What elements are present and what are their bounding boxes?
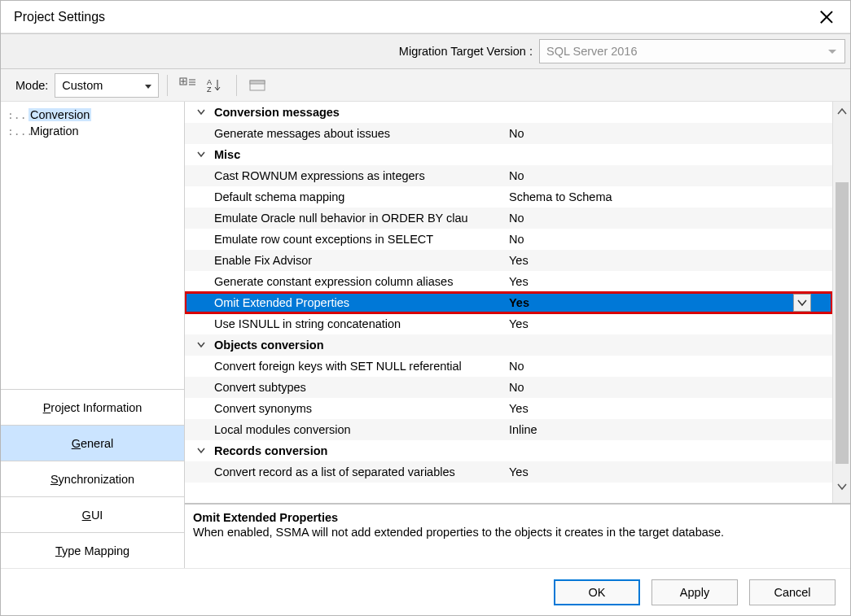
property-name: Cast ROWNUM expressions as integers: [214, 169, 509, 182]
apply-button[interactable]: Apply: [651, 579, 738, 605]
property-name: Emulate Oracle null behavior in ORDER BY…: [214, 212, 509, 225]
property-row[interactable]: Local modules conversionInline: [185, 419, 832, 440]
toolbar: Mode: Custom A Z: [1, 69, 850, 102]
property-grid-wrap: Conversion messagesGenerate messages abo…: [185, 102, 850, 503]
scroll-up-button[interactable]: [836, 105, 849, 118]
property-value[interactable]: Inline: [509, 423, 647, 436]
mode-value: Custom: [62, 79, 103, 92]
property-value[interactable]: No: [509, 360, 647, 373]
chevron-down-icon: [195, 446, 208, 456]
property-name: Convert subtypes: [214, 381, 509, 394]
property-row[interactable]: Convert record as a list of separated va…: [185, 461, 832, 483]
property-value[interactable]: No: [509, 127, 647, 140]
chevron-down-icon: [797, 299, 807, 307]
property-category[interactable]: Records conversion: [185, 440, 832, 461]
category-synchronization[interactable]: Synchronization: [1, 461, 184, 496]
migration-target-value: SQL Server 2016: [546, 45, 638, 58]
property-name: Convert record as a list of separated va…: [214, 465, 509, 478]
property-category[interactable]: Misc: [185, 144, 832, 165]
property-category-label: Objects conversion: [214, 339, 324, 352]
close-button[interactable]: [808, 4, 845, 30]
property-category[interactable]: Objects conversion: [185, 334, 832, 356]
property-name: Generate messages about issues: [214, 127, 509, 140]
description-title: Omit Extended Properties: [193, 511, 842, 524]
property-category[interactable]: Conversion messages: [185, 102, 832, 123]
tree-node-migration[interactable]: :.... Migration: [7, 123, 178, 139]
property-row[interactable]: Cast ROWNUM expressions as integersNo: [185, 165, 832, 186]
scroll-thumb[interactable]: [836, 182, 849, 464]
property-row[interactable]: Convert synonymsYes: [185, 398, 832, 419]
property-name: Generate constant expression column alia…: [214, 275, 509, 288]
property-value[interactable]: Yes: [509, 254, 647, 267]
property-pages-button[interactable]: [245, 74, 270, 97]
property-row[interactable]: Convert subtypesNo: [185, 377, 832, 398]
property-name: Convert synonyms: [214, 402, 509, 415]
vertical-scrollbar[interactable]: [832, 102, 850, 503]
property-row[interactable]: Omit Extended PropertiesYes: [185, 292, 832, 313]
separator: [167, 75, 168, 96]
titlebar: Project Settings: [1, 1, 850, 33]
property-category-label: Misc: [214, 148, 240, 161]
categorized-button[interactable]: [176, 74, 200, 97]
tree-branch-icon: :....: [7, 109, 27, 121]
property-name: Use ISNULL in string concatenation: [214, 317, 509, 330]
main-area: :.... Conversion :.... Migration Project…: [1, 102, 850, 568]
svg-rect-10: [250, 81, 265, 84]
mode-label: Mode:: [1, 79, 55, 92]
chevron-down-icon: [195, 150, 208, 159]
category-gui[interactable]: GUI: [1, 496, 184, 532]
category-project-information[interactable]: Project Information: [1, 389, 184, 425]
property-value[interactable]: Yes: [509, 275, 647, 288]
tree-node-conversion[interactable]: :.... Conversion: [7, 107, 178, 123]
property-name: Enable Fix Advisor: [214, 254, 509, 267]
dropdown-button[interactable]: [793, 294, 811, 312]
category-stack: Project Information General Synchronizat…: [1, 388, 184, 568]
left-panel: :.... Conversion :.... Migration Project…: [1, 102, 185, 568]
ok-button[interactable]: OK: [554, 579, 640, 605]
close-icon: [819, 10, 834, 24]
property-grid[interactable]: Conversion messagesGenerate messages abo…: [185, 102, 832, 503]
property-row[interactable]: Emulate Oracle null behavior in ORDER BY…: [185, 208, 832, 229]
property-row[interactable]: Use ISNULL in string concatenationYes: [185, 313, 832, 334]
property-row[interactable]: Generate constant expression column alia…: [185, 271, 832, 292]
migration-target-label: Migration Target Version :: [399, 45, 533, 58]
property-row[interactable]: Enable Fix AdvisorYes: [185, 250, 832, 271]
category-general[interactable]: General: [1, 425, 184, 461]
migration-target-bar: Migration Target Version : SQL Server 20…: [1, 33, 850, 69]
property-name: Omit Extended Properties: [214, 296, 509, 309]
cancel-button[interactable]: Cancel: [749, 579, 836, 605]
property-name: Local modules conversion: [214, 423, 509, 436]
chevron-up-icon: [837, 107, 847, 116]
tree: :.... Conversion :.... Migration: [1, 102, 184, 388]
property-value[interactable]: Yes: [509, 465, 647, 478]
mode-combo[interactable]: Custom: [55, 73, 159, 98]
property-name: Default schema mapping: [214, 190, 509, 203]
right-panel: Conversion messagesGenerate messages abo…: [185, 102, 850, 568]
property-value[interactable]: No: [509, 381, 647, 394]
property-name: Convert foreign keys with SET NULL refer…: [214, 360, 509, 373]
dialog-footer: OK Apply Cancel: [1, 568, 850, 615]
property-value[interactable]: Yes: [509, 317, 647, 330]
property-value[interactable]: No: [509, 169, 647, 182]
property-row[interactable]: Convert foreign keys with SET NULL refer…: [185, 356, 832, 377]
property-category-label: Records conversion: [214, 444, 327, 457]
migration-target-combo[interactable]: SQL Server 2016: [539, 39, 845, 63]
description-panel: Omit Extended Properties When enabled, S…: [185, 503, 850, 568]
chevron-down-icon: [195, 340, 208, 350]
property-value[interactable]: Schema to Schema: [509, 190, 647, 203]
property-value[interactable]: Yes: [509, 402, 647, 415]
tree-branch-icon: :....: [7, 125, 27, 138]
scroll-down-button[interactable]: [836, 480, 849, 493]
property-value[interactable]: No: [509, 212, 647, 225]
property-name: Emulate row count exceptions in SELECT: [214, 233, 509, 246]
alphabetical-button[interactable]: A Z: [202, 74, 226, 97]
description-text: When enabled, SSMA will not add extended…: [193, 526, 842, 539]
property-value[interactable]: No: [509, 233, 647, 246]
property-row[interactable]: Generate messages about issuesNo: [185, 123, 832, 144]
category-type-mapping[interactable]: Type Mapping: [1, 532, 184, 568]
property-value[interactable]: Yes: [509, 296, 647, 309]
chevron-down-icon: [195, 107, 208, 117]
property-row[interactable]: Emulate row count exceptions in SELECTNo: [185, 229, 832, 250]
property-row[interactable]: Default schema mappingSchema to Schema: [185, 186, 832, 208]
chevron-down-icon: [837, 483, 847, 491]
